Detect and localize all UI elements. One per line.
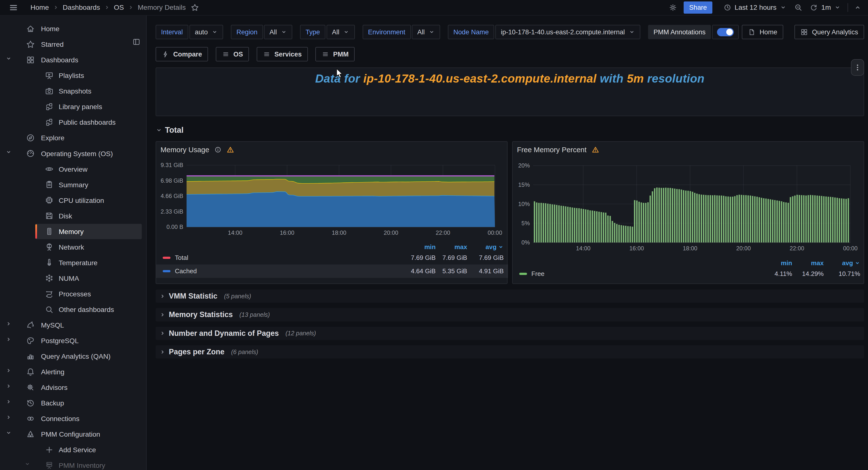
sidebar-item-pmm-configuration[interactable]: PMM Configuration	[0, 427, 146, 442]
list3-icon	[222, 51, 230, 58]
link-button-services[interactable]: Services	[257, 47, 308, 61]
breadcrumb-item[interactable]: Home	[30, 3, 49, 11]
legend-sort-max[interactable]: max	[792, 259, 824, 267]
legend-sort-avg[interactable]: avg	[467, 243, 504, 251]
sidebar-item-query-analytics-qan[interactable]: Query Analytics (QAN)	[0, 348, 146, 364]
sidebar-item-alerting[interactable]: Alerting	[0, 364, 146, 380]
sidebar-item-backup[interactable]: Backup	[0, 395, 146, 411]
sidebar-item-label: CPU utilization	[59, 196, 104, 205]
share-button[interactable]: Share	[684, 1, 712, 13]
variable-value-dropdown[interactable]: All	[264, 25, 292, 39]
sidebar-item-overview[interactable]: Overview	[0, 161, 146, 177]
variable-value-dropdown[interactable]: All	[327, 25, 355, 39]
sidebar-item-processes[interactable]: Processes	[0, 286, 146, 302]
sidebar-item-starred[interactable]: Starred	[0, 36, 146, 52]
info-icon[interactable]	[214, 146, 222, 153]
sidebar-item-temperature[interactable]: Temperature	[0, 255, 146, 271]
legend-sort-min[interactable]: min	[761, 259, 792, 267]
chevron-right-icon[interactable]	[6, 368, 12, 374]
panel-menu-button[interactable]	[851, 59, 864, 76]
sidebar-item-home[interactable]: Home	[0, 21, 146, 36]
legend-sort-avg[interactable]: avg	[824, 259, 860, 267]
chevron-down-icon	[429, 29, 435, 35]
chevron-right-icon[interactable]	[6, 336, 12, 342]
panel-title[interactable]: Free Memory Percent	[517, 146, 587, 154]
section-header-number-and-dynamic-of-pages[interactable]: Number and Dynamic of Pages(12 panels)	[156, 327, 864, 340]
legend-series-label[interactable]: Total	[175, 254, 404, 261]
time-range-label: Last 12 hours	[735, 3, 776, 11]
sidebar-item-dashboards[interactable]: Dashboards	[0, 52, 146, 68]
sidebar-item-numa[interactable]: NUMA	[0, 271, 146, 286]
sidebar-item-network[interactable]: Network	[0, 240, 146, 255]
svg-text:00:00: 00:00	[843, 245, 858, 251]
sidebar-item-explore[interactable]: Explore	[0, 130, 146, 146]
sidebar-item-connections[interactable]: Connections	[0, 411, 146, 427]
pmm-annotations-toggle[interactable]	[712, 25, 739, 39]
chevron-down-icon	[629, 29, 635, 35]
panel-title[interactable]: Memory Usage	[160, 146, 209, 154]
chevron-up-icon[interactable]	[854, 4, 861, 11]
gear-icon[interactable]	[669, 3, 677, 12]
menu-icon[interactable]	[9, 3, 18, 12]
variable-region: RegionAll	[231, 25, 292, 39]
link-button-pmm[interactable]: PMM	[315, 47, 354, 61]
sidebar-item-disk[interactable]: Disk	[0, 208, 146, 224]
chevron-right-icon[interactable]	[6, 321, 12, 327]
refresh-icon[interactable]	[810, 4, 817, 11]
sidebar-item-advisors[interactable]: Advisors	[0, 380, 146, 395]
svg-text:20:00: 20:00	[383, 229, 398, 236]
chevron-right-icon[interactable]	[6, 383, 12, 389]
section-header-memory-statistics[interactable]: Memory Statistics(13 panels)	[156, 308, 864, 321]
chevron-down-icon[interactable]	[24, 461, 30, 467]
link-button-compare[interactable]: Compare	[156, 47, 208, 61]
sidebar-item-public-dashboards[interactable]: Public dashboards	[0, 115, 146, 130]
sidebar-item-add-service[interactable]: Add Service	[0, 442, 146, 458]
sidebar-item-summary[interactable]: Summary	[0, 177, 146, 193]
sidebar-item-label: Other dashboards	[59, 306, 114, 314]
sidebar-item-snapshots[interactable]: Snapshots	[0, 83, 146, 99]
sidebar-item-memory[interactable]: Memory	[0, 224, 146, 240]
section-header-vmm-statistic[interactable]: VMM Statistic(5 panels)	[156, 289, 864, 303]
warning-icon[interactable]	[592, 146, 599, 154]
home-dashboard-button[interactable]: Home	[742, 25, 783, 39]
chevron-right-icon[interactable]	[6, 414, 12, 420]
sidebar-item-postgresql[interactable]: PostgreSQL	[0, 333, 146, 348]
legend-series-marker	[519, 273, 527, 275]
query-analytics-button[interactable]: Query Analytics	[795, 25, 864, 39]
chevron-down-icon[interactable]	[6, 149, 12, 155]
breadcrumb-item[interactable]: Dashboards	[63, 3, 100, 11]
legend-series-label[interactable]: Free	[531, 270, 761, 278]
sidebar-item-other-dashboards[interactable]: Other dashboards	[0, 302, 146, 317]
zoom-out-icon[interactable]	[794, 3, 803, 12]
refresh-interval-picker[interactable]: 1m	[821, 3, 841, 11]
chevron-down-icon[interactable]	[6, 430, 12, 436]
sidebar-item-pmm-inventory[interactable]: PMM Inventory	[0, 458, 146, 470]
legend-sort-min[interactable]: min	[404, 243, 436, 251]
time-range-picker[interactable]: Last 12 hours	[723, 3, 786, 11]
chevron-right-icon[interactable]	[6, 399, 12, 405]
link-button-os[interactable]: OS	[216, 47, 249, 61]
advisor-icon	[26, 383, 35, 392]
variable-value-dropdown[interactable]: ip-10-178-1-40.us-east-2.compute.interna…	[495, 25, 640, 39]
sidebar-item-operating-system-os[interactable]: Operating System (OS)	[0, 146, 146, 161]
legend-series-label[interactable]: Cached	[175, 268, 404, 275]
section-header-pages-per-zone[interactable]: Pages per Zone(6 panels)	[156, 345, 864, 359]
section-title: VMM Statistic	[169, 292, 217, 301]
variable-value-dropdown[interactable]: All	[412, 25, 440, 39]
warning-icon[interactable]	[226, 146, 234, 154]
sidebar-item-library-panels[interactable]: Library panels	[0, 99, 146, 115]
pmm-annotations-label: PMM Annotations	[648, 25, 711, 39]
breadcrumb-item[interactable]: OS	[114, 3, 124, 11]
chevron-down-icon[interactable]	[6, 56, 12, 62]
sidebar-item-playlists[interactable]: Playlists	[0, 68, 146, 83]
variable-value-dropdown[interactable]: auto	[189, 25, 223, 39]
star-icon[interactable]	[191, 3, 199, 12]
legend-row-total: Total7.69 GiB7.69 GiB7.69 GiB	[156, 251, 508, 265]
sidebar-item-mysql[interactable]: MySQL	[0, 317, 146, 333]
bell-icon	[26, 368, 35, 376]
variable-type: TypeAll	[300, 25, 355, 39]
sidebar-item-cpu-utilization[interactable]: CPU utilization	[0, 193, 146, 208]
section-total-header[interactable]: Total	[156, 124, 184, 136]
legend-sort-max[interactable]: max	[436, 243, 467, 251]
svg-text:22:00: 22:00	[789, 245, 804, 251]
